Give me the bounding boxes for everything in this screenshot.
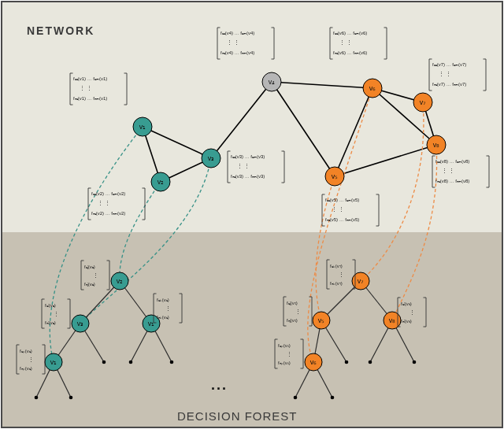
svg-text:fₙ₁(v7) … fₙₘ(v7): fₙ₁(v7) … fₙₘ(v7) bbox=[432, 82, 466, 87]
svg-text:f₁ₖ(v₇): f₁ₖ(v₇) bbox=[330, 264, 343, 268]
ellipsis-label: ... bbox=[211, 377, 228, 393]
svg-text:f₁₁(v1) … f₁ₘ(v1): f₁₁(v1) … f₁ₘ(v1) bbox=[73, 76, 107, 81]
svg-text:f₁₁(v7) … f₁ₘ(v7): f₁₁(v7) … f₁ₘ(v7) bbox=[432, 62, 466, 67]
tree-node-label: v₃ bbox=[77, 320, 84, 327]
svg-text:f₁ₖ(v₁): f₁ₖ(v₁) bbox=[157, 298, 169, 302]
tree-node-label: v₇ bbox=[358, 277, 365, 285]
svg-text:fₙᵢ(v₃): fₙᵢ(v₃) bbox=[45, 320, 56, 325]
svg-text:⋮: ⋮ bbox=[339, 272, 344, 277]
leaf-dot bbox=[331, 396, 335, 400]
svg-text:fₙ₁(v6) … fₙₘ(v6): fₙ₁(v6) … fₙₘ(v6) bbox=[333, 50, 367, 55]
network-title: NETWORK bbox=[27, 24, 94, 37]
svg-text:fₙ₁(v1) … fₙₘ(v1): fₙ₁(v1) … fₙₘ(v1) bbox=[73, 96, 107, 101]
svg-text:⋮: ⋮ bbox=[54, 311, 59, 316]
svg-text:fₙⱼ(v₂): fₙⱼ(v₂) bbox=[84, 282, 95, 287]
leaf-dot bbox=[69, 396, 73, 400]
svg-text:fₙₖ(v₇): fₙₖ(v₇) bbox=[330, 281, 343, 286]
svg-text:fₙ₁(v3) … fₙₘ(v3): fₙ₁(v3) … fₙₘ(v3) bbox=[231, 174, 265, 179]
leaf-dot bbox=[413, 361, 417, 364]
node-label-v7: v₇ bbox=[420, 98, 427, 106]
tree-node-label: v₂ bbox=[117, 277, 124, 285]
svg-text:fₙ₁(v2) … fₙₘ(v2): fₙ₁(v2) … fₙₘ(v2) bbox=[91, 211, 125, 216]
node-label-v5: v₅ bbox=[332, 172, 339, 180]
tree-node-label: v₆ bbox=[310, 358, 317, 366]
leaf-dot bbox=[102, 361, 106, 364]
node-label-v3: v₃ bbox=[208, 154, 215, 162]
svg-text:fₙₚ(v₆): fₙₚ(v₆) bbox=[278, 361, 291, 365]
svg-text:⋮: ⋮ bbox=[165, 305, 171, 311]
svg-text:fₙₖ(v₁): fₙₖ(v₁) bbox=[157, 315, 169, 320]
node-label-v4: v₄ bbox=[269, 78, 276, 86]
svg-text:f₁ⱼ(v₅): f₁ⱼ(v₅) bbox=[287, 301, 298, 305]
svg-text:⋮        ⋮: ⋮ ⋮ bbox=[332, 206, 344, 212]
svg-text:fₙₚ(v₁): fₙₚ(v₁) bbox=[20, 366, 32, 371]
svg-text:⋮: ⋮ bbox=[295, 309, 301, 314]
svg-text:⋮: ⋮ bbox=[93, 272, 98, 278]
node-label-v8: v₈ bbox=[433, 141, 440, 149]
forest-title: DECISION FOREST bbox=[177, 409, 298, 423]
svg-text:⋮: ⋮ bbox=[410, 309, 415, 315]
node-label-v6: v₆ bbox=[369, 84, 376, 92]
svg-text:f₁₁(v4) … f₁ₘ(v4): f₁₁(v4) … f₁ₘ(v4) bbox=[220, 31, 254, 35]
svg-text:⋮        ⋮: ⋮ ⋮ bbox=[237, 163, 250, 168]
node-label-v1: v₁ bbox=[139, 123, 146, 131]
svg-text:f₁ᵢ(v₃): f₁ᵢ(v₃) bbox=[45, 303, 56, 308]
svg-text:f₁ᵢ(v₈): f₁ᵢ(v₈) bbox=[401, 301, 412, 306]
svg-text:f₁₁(v5) … f₁ₘ(v5): f₁₁(v5) … f₁ₘ(v5) bbox=[325, 198, 359, 202]
svg-text:⋮: ⋮ bbox=[287, 351, 292, 357]
svg-text:⋮        ⋮: ⋮ ⋮ bbox=[98, 200, 110, 205]
leaf-dot bbox=[129, 361, 133, 364]
svg-text:⋮        ⋮: ⋮ ⋮ bbox=[80, 85, 92, 91]
tree-node-label: v₅ bbox=[318, 316, 325, 324]
svg-text:fₙ₁(v8) … fₙₘ(v8): fₙ₁(v8) … fₙₘ(v8) bbox=[435, 179, 469, 183]
svg-text:f₁ₚ(v₆): f₁ₚ(v₆) bbox=[278, 343, 291, 348]
leaf-dot bbox=[35, 396, 39, 400]
svg-text:fₙᵢ(v₈): fₙᵢ(v₈) bbox=[401, 319, 412, 324]
svg-text:f₁₁(v3) … f₁ₘ(v3): f₁₁(v3) … f₁ₘ(v3) bbox=[231, 154, 265, 159]
svg-text:fₙⱼ(v₅): fₙⱼ(v₅) bbox=[287, 318, 298, 323]
svg-text:⋮        ⋮: ⋮ ⋮ bbox=[227, 39, 239, 45]
svg-text:⋮: ⋮ bbox=[28, 357, 34, 362]
svg-text:fₙ₁(v5) … fₙₘ(v5): fₙ₁(v5) … fₙₘ(v5) bbox=[325, 217, 359, 222]
svg-text:⋮        ⋮: ⋮ ⋮ bbox=[442, 168, 454, 173]
leaf-dot bbox=[345, 361, 349, 364]
tree-node-label: v₈ bbox=[389, 316, 396, 324]
svg-text:f₁₁(v2) … f₁ₘ(v2): f₁₁(v2) … f₁ₘ(v2) bbox=[91, 191, 125, 196]
svg-text:⋮        ⋮: ⋮ ⋮ bbox=[439, 71, 451, 76]
node-label-v2: v₂ bbox=[158, 178, 165, 186]
svg-text:f₁ₚ(v₁): f₁ₚ(v₁) bbox=[20, 349, 32, 353]
svg-text:f₁₁(v8) … f₁ₘ(v8): f₁₁(v8) … f₁ₘ(v8) bbox=[435, 159, 469, 164]
leaf-dot bbox=[170, 361, 174, 364]
tree-node-label: v₁ bbox=[50, 358, 57, 366]
svg-text:⋮        ⋮: ⋮ ⋮ bbox=[339, 39, 352, 45]
diagram-svg: NETWORK DECISION FOREST ... v₁v₂v₃v₄v₅v₆… bbox=[0, 0, 504, 429]
svg-text:fₙ₁(v4) … fₙₘ(v4): fₙ₁(v4) … fₙₘ(v4) bbox=[220, 50, 254, 55]
leaf-dot bbox=[294, 396, 298, 400]
diagram-root: { "titles":{"network":"NETWORK","forest"… bbox=[0, 0, 504, 429]
leaf-dot bbox=[369, 361, 372, 364]
svg-text:f₁ⱼ(v₂): f₁ⱼ(v₂) bbox=[84, 264, 95, 269]
svg-text:f₁₁(v6) … f₁ₘ(v6): f₁₁(v6) … f₁ₘ(v6) bbox=[333, 31, 367, 35]
